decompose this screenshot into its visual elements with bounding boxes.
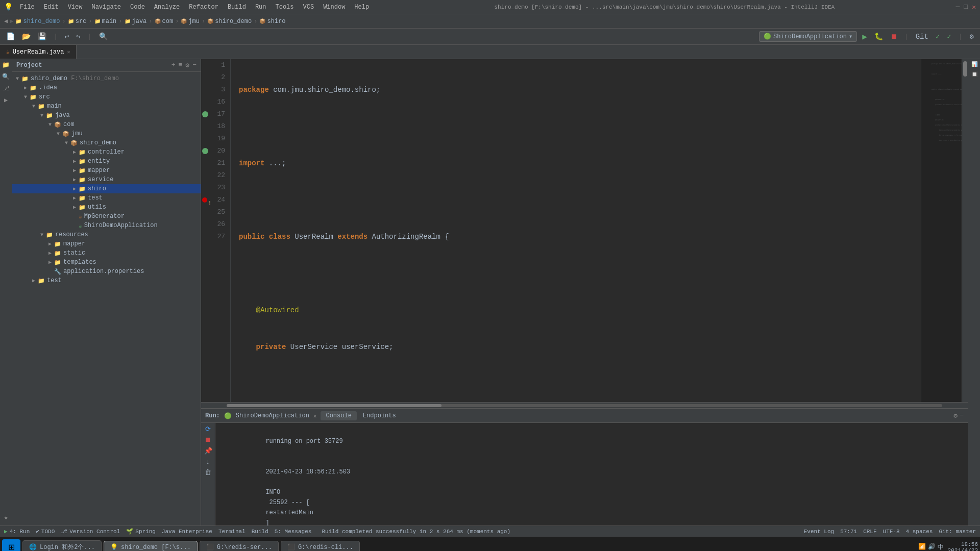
taskbar-clock[interactable]: 18:56 2021/4/23 xyxy=(948,541,978,552)
run-side-icon[interactable]: ▶ xyxy=(4,96,8,104)
nav-forward-icon[interactable]: ▶ xyxy=(10,17,13,25)
run-scroll-end-icon[interactable]: ↓ xyxy=(206,458,210,466)
toolbar-open[interactable]: 📂 xyxy=(20,31,33,42)
close-button[interactable]: ✕ xyxy=(972,3,976,11)
code-content[interactable]: package com.jmu.shiro_demo.shiro; import… xyxy=(231,59,921,402)
vertical-scrollbar[interactable] xyxy=(962,59,968,402)
tree-item-com[interactable]: ▼ 📦 com xyxy=(12,120,201,129)
toolbar-settings[interactable]: ⚙ xyxy=(968,31,976,42)
tree-item-shirodemoapplication[interactable]: ☕ ShiroDemoApplication xyxy=(12,221,201,230)
taskbar-item-login[interactable]: 🌐 Login 和外2个... xyxy=(22,540,102,551)
tab-endpoints[interactable]: Endpoints xyxy=(358,411,401,420)
menu-view[interactable]: View xyxy=(64,3,87,12)
menu-edit[interactable]: Edit xyxy=(40,3,63,12)
taskbar-network-icon[interactable]: 📶 xyxy=(918,543,926,551)
tree-item-service[interactable]: ▶ 📁 service xyxy=(12,175,201,184)
menu-help[interactable]: Help xyxy=(350,3,373,12)
status-event-log[interactable]: Event Log xyxy=(804,529,834,535)
status-run[interactable]: ▶ 4: Run xyxy=(4,528,30,535)
tree-item-root[interactable]: ▼ 📁 shiro_demo F:\shiro_demo xyxy=(12,74,201,83)
taskbar-start-button[interactable]: ⊞ xyxy=(2,539,20,552)
taskbar-item-redis2[interactable]: ⬛ G:\redis-cli... xyxy=(281,541,360,551)
run-button[interactable]: ▶ xyxy=(860,31,869,43)
run-config-selector[interactable]: 🟢 ShiroDemoApplication ▾ xyxy=(759,31,857,42)
nav-back-icon[interactable]: ◀ xyxy=(4,17,8,25)
tree-item-resources[interactable]: ▼ 📁 resources xyxy=(12,230,201,239)
toolbar-search[interactable]: 🔍 xyxy=(97,31,110,42)
menu-navigate[interactable]: Navigate xyxy=(87,3,125,12)
status-messages[interactable]: 5: Messages xyxy=(275,529,312,535)
tab-console[interactable]: Console xyxy=(321,411,356,420)
horizontal-scrollbar[interactable] xyxy=(201,402,968,408)
toolbar-new-file[interactable]: 📄 xyxy=(4,31,17,42)
taskbar-volume-icon[interactable]: 🔊 xyxy=(928,543,936,551)
tree-item-mpgenerator[interactable]: ☕ MpGenerator xyxy=(12,212,201,221)
run-panel-settings-icon[interactable]: ⚙ xyxy=(953,412,958,420)
run-restart-icon[interactable]: ⟳ xyxy=(205,425,211,433)
project-close-icon[interactable]: − xyxy=(192,61,197,69)
tree-item-test-dir[interactable]: ▶ 📁 test xyxy=(12,276,201,285)
tree-item-main[interactable]: ▼ 📁 main xyxy=(12,102,201,111)
code-editor[interactable]: 1 2 3 16 17 18 19 20 21 22 23 xyxy=(201,59,968,402)
tree-item-shiro[interactable]: ▶ 📁 shiro xyxy=(12,184,201,193)
tab-userrealm[interactable]: ☕ UserRealm.java ✕ xyxy=(0,45,77,59)
menu-build[interactable]: Build xyxy=(224,3,250,12)
menu-analyze[interactable]: Analyze xyxy=(150,3,184,12)
taskbar-lang-icon[interactable]: 中 xyxy=(938,543,944,551)
status-version-control[interactable]: ⎇ Version Control xyxy=(61,528,120,535)
tree-item-utils[interactable]: ▶ 📁 utils xyxy=(12,203,201,212)
taskbar-item-intellij[interactable]: 💡 shiro_demo [F:\s... xyxy=(104,541,198,551)
favorites-icon[interactable]: ★ xyxy=(4,514,8,521)
menu-run[interactable]: Run xyxy=(251,3,271,12)
status-terminal[interactable]: Terminal xyxy=(218,529,246,535)
run-stop-icon[interactable]: ⏹ xyxy=(205,436,211,444)
tree-item-shiro-demo-pkg[interactable]: ▼ 📦 shiro_demo xyxy=(12,138,201,147)
tree-item-idea[interactable]: ▶ 📁 .idea xyxy=(12,83,201,92)
tab-close-icon[interactable]: ✕ xyxy=(67,49,70,55)
toolbar-undo[interactable]: ↩ xyxy=(63,31,71,42)
tree-item-static[interactable]: ▶ 📁 static xyxy=(12,248,201,258)
menu-refactor[interactable]: Refactor xyxy=(185,3,223,12)
find-icon[interactable]: 🔍 xyxy=(2,73,10,81)
tree-item-controller[interactable]: ▶ 📁 controller xyxy=(12,147,201,157)
run-close-icon[interactable]: ✕ xyxy=(313,413,317,419)
tree-item-app-props[interactable]: 🔧 application.properties xyxy=(12,267,201,276)
status-todo[interactable]: ✔ TODO xyxy=(36,528,55,535)
tree-item-jmu[interactable]: ▼ 📦 jmu xyxy=(12,129,201,138)
right-icon-1[interactable]: 📊 xyxy=(971,61,977,67)
menu-tools[interactable]: Tools xyxy=(272,3,298,12)
run-pin-icon[interactable]: 📌 xyxy=(204,447,212,455)
taskbar-item-redis1[interactable]: ⬛ G:\redis-ser... xyxy=(200,541,279,551)
project-settings-icon[interactable]: ⚙ xyxy=(185,61,189,69)
git-push[interactable]: ✓ xyxy=(945,31,953,42)
project-icon[interactable]: 📁 xyxy=(2,61,10,69)
maximize-button[interactable]: □ xyxy=(964,3,968,11)
toolbar-redo[interactable]: ↪ xyxy=(74,31,82,42)
git-button[interactable]: Git xyxy=(914,32,930,42)
tree-item-java[interactable]: ▼ 📁 java xyxy=(12,111,201,120)
tree-item-src[interactable]: ▼ 📁 src xyxy=(12,92,201,102)
project-add-icon[interactable]: + xyxy=(172,61,176,69)
tree-item-templates[interactable]: ▶ 📁 templates xyxy=(12,258,201,267)
minimize-button[interactable]: ─ xyxy=(956,3,960,11)
status-spring[interactable]: 🌱 Spring xyxy=(126,528,156,535)
status-java-enterprise[interactable]: Java Enterprise xyxy=(162,529,212,535)
menu-code[interactable]: Code xyxy=(126,3,149,12)
menu-file[interactable]: File xyxy=(16,3,39,12)
git-update[interactable]: ✓ xyxy=(934,31,942,42)
tree-item-mapper-res[interactable]: ▶ 📁 mapper xyxy=(12,239,201,248)
toolbar-save[interactable]: 💾 xyxy=(36,31,48,42)
menu-vcs[interactable]: VCS xyxy=(299,3,318,12)
right-icon-2[interactable]: 🔲 xyxy=(971,71,977,78)
project-collapse-icon[interactable]: ≡ xyxy=(179,61,183,69)
menu-window[interactable]: Window xyxy=(319,3,349,12)
tree-item-entity[interactable]: ▶ 📁 entity xyxy=(12,157,201,166)
status-build[interactable]: Build xyxy=(252,529,268,535)
git-side-icon[interactable]: ⎇ xyxy=(3,85,10,92)
run-panel-minimize-icon[interactable]: − xyxy=(960,412,964,420)
tree-item-mapper[interactable]: ▶ 📁 mapper xyxy=(12,166,201,175)
debug-button[interactable]: 🐛 xyxy=(872,31,885,42)
stop-button[interactable]: ⏹ xyxy=(888,32,899,42)
run-clear-icon[interactable]: 🗑 xyxy=(205,469,211,477)
tree-item-test-pkg[interactable]: ▶ 📁 test xyxy=(12,193,201,203)
